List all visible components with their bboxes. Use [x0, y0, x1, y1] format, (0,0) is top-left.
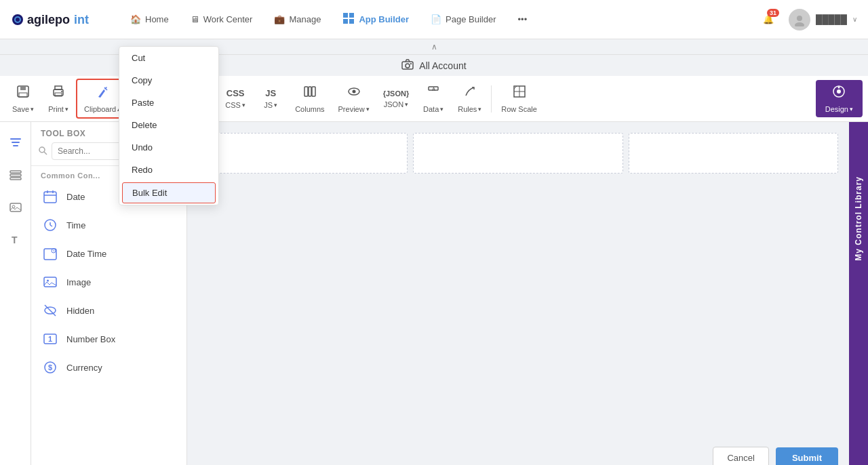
- toolbar-save[interactable]: Save ▾: [5, 80, 41, 117]
- top-nav: agilepo int 🏠 Home 🖥 Work Center 💼 Manag…: [0, 0, 868, 39]
- toolbar-columns[interactable]: Columns: [288, 80, 331, 117]
- nav-home-label: Home: [145, 14, 169, 24]
- search-icon: [38, 146, 47, 157]
- svg-rect-7: [349, 19, 354, 24]
- svg-rect-27: [312, 87, 315, 96]
- menu-bulkedit[interactable]: Bulk Edit: [122, 182, 216, 203]
- toolbox-image[interactable]: Image: [31, 268, 186, 296]
- currency-label: Currency: [66, 363, 102, 373]
- data-caret: ▾: [440, 106, 443, 113]
- svg-text:$: $: [48, 363, 52, 371]
- datetime-label: Date Time: [66, 249, 106, 259]
- home-icon: 🏠: [130, 14, 141, 24]
- notification-button[interactable]: 🔔 31: [756, 7, 781, 32]
- rules-label: Rules: [458, 105, 477, 113]
- logo: agilepo int: [11, 7, 99, 32]
- svg-rect-6: [343, 19, 348, 24]
- svg-point-19: [61, 91, 62, 92]
- svg-rect-41: [10, 178, 21, 180]
- sidebar-image-btn[interactable]: [3, 195, 28, 220]
- control-library-label: My Control Library: [854, 176, 863, 261]
- rules-icon: [462, 84, 477, 102]
- canvas-bottom: Cancel Submit: [713, 447, 838, 465]
- collapse-icon: ∧: [431, 42, 437, 52]
- svg-text:int: int: [74, 13, 89, 26]
- toolbox-currency[interactable]: $ Currency: [31, 353, 186, 382]
- nav-appbuilder[interactable]: App Builder: [333, 7, 418, 32]
- canvas-area: Cancel Submit: [187, 122, 849, 465]
- print-caret: ▾: [65, 106, 68, 113]
- left-sidebar-icons: T: [0, 122, 31, 465]
- rowscale-label: Row Scale: [501, 105, 537, 113]
- sidebar-list-btn[interactable]: [3, 163, 28, 187]
- menu-cut[interactable]: Cut: [119, 47, 218, 69]
- preview-caret: ▾: [366, 106, 370, 113]
- print-icon: [51, 84, 66, 102]
- toolbar-css[interactable]: CSS CSS ▾: [218, 84, 253, 113]
- toolbox-hidden[interactable]: Hidden: [31, 296, 186, 325]
- briefcase-icon: 💼: [274, 14, 285, 24]
- user-area[interactable]: █████ ∨: [789, 9, 857, 31]
- menu-undo[interactable]: Undo: [119, 136, 218, 159]
- toolbar-preview[interactable]: Preview ▾: [332, 80, 376, 117]
- svg-line-53: [50, 225, 52, 226]
- toolbar-data[interactable]: A Data ▾: [416, 80, 451, 117]
- nav-pagebuilder[interactable]: 📄 Page Builder: [421, 9, 505, 30]
- toolbox-numberbox[interactable]: 1 Number Box: [31, 325, 186, 353]
- toolbox-time[interactable]: Time: [31, 211, 186, 239]
- menu-copy[interactable]: Copy: [119, 69, 218, 92]
- data-label: Data: [423, 105, 439, 113]
- right-panel[interactable]: My Control Library: [849, 122, 868, 465]
- json-caret: ▾: [405, 101, 408, 108]
- date-icon: [41, 187, 60, 206]
- nav-appbuilder-label: App Builder: [359, 14, 409, 24]
- toolbar-rules[interactable]: Rules ▾: [451, 80, 488, 117]
- svg-line-46: [44, 152, 47, 155]
- canvas-cell-1-3: [629, 133, 838, 174]
- menu-delete[interactable]: Delete: [119, 114, 218, 136]
- clipboard-label: Clipboard: [84, 105, 116, 113]
- cancel-button[interactable]: Cancel: [713, 447, 768, 465]
- toolbar-json[interactable]: {JSON} JSON ▾: [376, 85, 416, 113]
- nav-more[interactable]: •••: [509, 9, 537, 30]
- user-name: █████: [816, 14, 847, 24]
- currency-icon: $: [41, 358, 60, 377]
- nav-home[interactable]: 🏠 Home: [121, 9, 178, 30]
- submit-button[interactable]: Submit: [776, 447, 838, 465]
- clipboard-icon: [95, 84, 110, 102]
- svg-rect-15: [19, 93, 27, 97]
- save-icon: [16, 84, 31, 102]
- canvas-row-1: [198, 133, 838, 174]
- svg-point-9: [795, 22, 804, 26]
- nav-workcenter[interactable]: 🖥 Work Center: [181, 9, 262, 30]
- preview-label: Preview: [338, 105, 365, 113]
- svg-text:T: T: [12, 235, 18, 245]
- svg-rect-5: [349, 13, 354, 18]
- json-icon: {JSON}: [383, 89, 410, 98]
- svg-point-0: [12, 14, 23, 25]
- numberbox-label: Number Box: [66, 334, 115, 344]
- print-label: Print: [48, 105, 64, 113]
- svg-rect-14: [20, 86, 26, 90]
- svg-point-38: [838, 87, 840, 89]
- svg-point-45: [39, 147, 45, 153]
- svg-text:A: A: [432, 87, 435, 92]
- menu-redo[interactable]: Redo: [119, 159, 218, 181]
- svg-line-57: [54, 251, 54, 251]
- toolbox-datetime[interactable]: Date Time: [31, 239, 186, 268]
- toolbar-design[interactable]: Design ▾: [816, 80, 863, 117]
- svg-rect-12: [410, 63, 412, 64]
- data-icon: A: [426, 84, 441, 102]
- toolbar-rowscale[interactable]: Row Scale: [494, 80, 544, 117]
- toolbar-js[interactable]: JS JS ▾: [253, 84, 288, 113]
- save-caret: ▾: [31, 106, 34, 113]
- menu-paste[interactable]: Paste: [119, 92, 218, 114]
- sidebar-filter-btn[interactable]: [3, 130, 28, 155]
- nav-manage[interactable]: 💼 Manage: [264, 9, 330, 30]
- hidden-label: Hidden: [66, 306, 94, 316]
- preview-icon: [347, 84, 361, 102]
- toolbar-print[interactable]: Print ▾: [41, 80, 76, 117]
- canvas-rows: [187, 122, 849, 184]
- logo-svg: agilepo int: [11, 7, 99, 32]
- sidebar-tag-btn[interactable]: T: [3, 228, 28, 252]
